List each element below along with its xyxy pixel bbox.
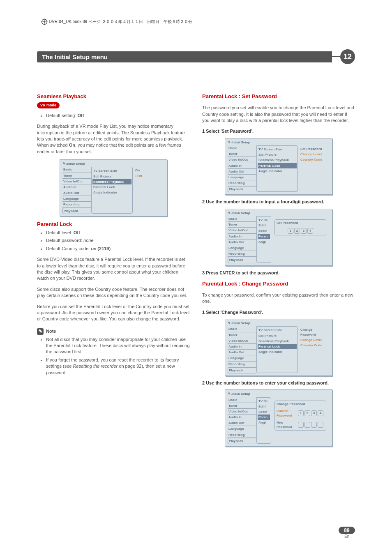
chapter-connector [332, 56, 340, 57]
menu-set-password-dialog: ✎ Initial Setup Basic Tuner Video In/Out… [225, 209, 332, 266]
chapter-title: The Initial Setup menu [37, 51, 332, 62]
default-country-item: Default Country code: us (2119) [46, 246, 190, 252]
section-parental-lock: Parental Lock [37, 221, 190, 228]
register-mark-icon [41, 18, 48, 25]
seamless-desc: During playback of a VR mode Play List, … [37, 123, 190, 155]
note-icon: ✎ [37, 328, 44, 335]
menu-change-password-dialog: ✎ Initial Setup Basic Tuner Video In/Out… [225, 389, 332, 447]
step-enter-existing: 2 Use the number buttons to enter your e… [202, 380, 355, 386]
menu-icon: ✎ [228, 392, 231, 396]
vr-mode-badge: VR mode [37, 102, 60, 108]
menu-icon: ✎ [62, 162, 65, 166]
section-set-password: Parental Lock : Set Password [202, 93, 355, 100]
step-select-set-password: 1 Select 'Set Password'. [202, 128, 355, 134]
step-press-enter: 3 Press ENTER to set the password. [202, 270, 355, 276]
menu-seamless: ✎ Initial Setup Basic Tuner Video In/Out… [60, 159, 167, 216]
chapter-header: The Initial Setup menu 12 [37, 49, 355, 64]
set-password-desc: The password you set will enable you to … [202, 105, 355, 124]
note-item-1: Not all discs that you may consider inap… [46, 336, 190, 355]
menu-set-password: ✎ Initial Setup Basic Tuner Video In/Out… [225, 138, 332, 195]
menu-icon: ✎ [228, 211, 231, 215]
menu-icon: ✎ [228, 321, 231, 325]
pin-new[interactable]: –––– [297, 421, 324, 428]
menu-change-password: ✎ Initial Setup Basic Tuner Video In/Out… [225, 319, 332, 376]
chapter-number: 12 [340, 49, 355, 64]
pin-current[interactable]: 1234 [297, 410, 324, 417]
default-level-item: Default level: Off [46, 230, 190, 236]
doc-path-text: DVR-04_UK.book 89 ページ ２００４年４月１１日 日曜日 午後５… [49, 19, 192, 24]
right-column: Parental Lock : Set Password The passwor… [202, 89, 355, 451]
section-seamless-playback: Seamless Playback [37, 93, 190, 100]
note-label: Note [46, 328, 56, 334]
pin-input[interactable]: 1234 [287, 228, 314, 234]
parental-desc-3: Before you can set the Parental Lock lev… [37, 304, 190, 322]
default-setting-item: Default setting: Off [46, 113, 190, 119]
step-input-password: 2 Use the number buttons to input a four… [202, 199, 355, 205]
parental-desc-2: Some discs also support the Country code… [37, 286, 190, 299]
left-column: Seamless Playback VR mode Default settin… [37, 89, 190, 451]
doc-path-header: DVR-04_UK.book 89 ページ ２００４年４月１１日 日曜日 午後５… [41, 18, 192, 25]
parental-desc-1: Some DVD-Video discs feature a Parental … [37, 256, 190, 282]
step-select-change-password: 1 Select 'Change Password'. [202, 309, 355, 315]
menu-icon: ✎ [228, 140, 231, 144]
default-password-item: Default password: none [46, 237, 190, 244]
change-password-desc: To change your password, confirm your ex… [202, 292, 355, 305]
note-item-2: If you forget the password, you can rese… [46, 357, 190, 376]
section-change-password: Parental Lock : Change Password [202, 280, 355, 288]
